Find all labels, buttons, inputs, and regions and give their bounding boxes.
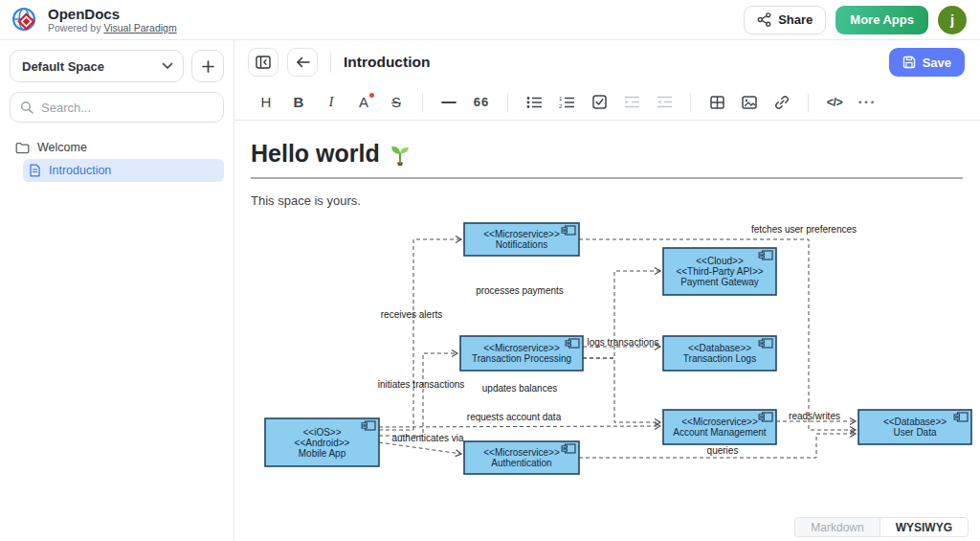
sidebar-panel-icon <box>256 56 271 69</box>
share-button[interactable]: Share <box>744 6 826 34</box>
heading-button[interactable]: H <box>252 89 280 116</box>
edge-line <box>379 239 461 430</box>
component-label: <<Database>> <box>883 417 947 427</box>
tab-wysiwyg[interactable]: WYSIWYG <box>880 517 969 537</box>
bold-button[interactable]: B <box>284 89 313 116</box>
strikethrough-button[interactable]: S <box>382 89 411 116</box>
more-options-button[interactable]: ··· <box>853 89 881 116</box>
component-authentication: <<Microservice>>Authentication <box>464 441 579 474</box>
arrow-left-icon <box>296 56 310 68</box>
italic-button[interactable]: I <box>317 89 345 116</box>
top-bar-actions: Share More Apps j <box>744 6 967 34</box>
component-user-data: <<Database>>User Data <box>858 410 971 444</box>
bullet-list-button[interactable] <box>520 89 548 116</box>
component-label: <<Third-Party API>> <box>676 266 763 277</box>
toggle-sidebar-button[interactable] <box>248 48 278 77</box>
powered-by-prefix: Powered by <box>48 22 100 34</box>
toolbar-divider <box>507 93 508 112</box>
workspace: Default Space <box>0 40 980 541</box>
numbered-list-button[interactable]: 1 2 <box>552 89 581 116</box>
insert-link-button[interactable] <box>768 89 796 116</box>
bold-glyph: B <box>294 94 304 110</box>
edge-label: queries <box>707 445 739 456</box>
brand-text: OpenDocs Powered by Visual Paradigm <box>48 7 177 34</box>
save-icon <box>902 56 916 69</box>
tree-item-label: Welcome <box>37 141 87 154</box>
edge-line <box>379 442 461 454</box>
edge-label: initiates transactions <box>378 379 465 390</box>
insert-table-button[interactable] <box>702 89 731 116</box>
editor-content[interactable]: Hello world This space is yours. <box>234 121 980 541</box>
add-page-button[interactable] <box>191 50 224 82</box>
user-avatar[interactable]: j <box>938 6 967 34</box>
heading-glyph: H <box>261 94 272 110</box>
component-label: User Data <box>893 427 936 438</box>
task-list-icon <box>592 95 607 109</box>
tree-item-label: Introduction <box>49 164 111 177</box>
tab-markdown[interactable]: Markdown <box>794 517 879 537</box>
search-input[interactable] <box>41 101 213 115</box>
component-label: <<iOS>> <box>302 427 341 438</box>
save-button[interactable]: Save <box>889 48 965 77</box>
component-label: <<Microservice>> <box>483 229 560 239</box>
component-label: <<Microservice>> <box>681 417 758 427</box>
component-label: Mobile App <box>299 448 346 459</box>
brand: OpenDocs Powered by Visual Paradigm <box>10 5 177 35</box>
component-transaction-processing: <<Microservice>>Transaction Processing <box>460 336 583 371</box>
italic-glyph: I <box>329 94 334 110</box>
image-icon <box>742 96 757 109</box>
formatting-toolbar: H B I A S 66 1 <box>234 84 980 121</box>
architecture-diagram: <<Microservice>>Notifications<<Cloud>><<… <box>258 214 980 520</box>
diagram-components: <<Microservice>>Notifications<<Cloud>><<… <box>265 223 971 474</box>
back-button[interactable] <box>287 48 318 77</box>
component-transaction-logs: <<Database>>Transaction Logs <box>663 336 776 371</box>
outdent-icon <box>657 96 673 108</box>
tree-item-welcome[interactable]: Welcome <box>10 136 224 159</box>
top-bar: OpenDocs Powered by Visual Paradigm Shar… <box>0 0 980 40</box>
component-account-management: <<Microservice>>Account Management <box>663 410 776 444</box>
page-tree: Welcome Introduction <box>10 136 224 182</box>
numbered-list-icon: 1 2 <box>559 96 575 109</box>
component-label: <<Cloud>> <box>696 256 744 266</box>
edge-label: authenticates via <box>391 433 463 443</box>
visual-paradigm-link[interactable]: Visual Paradigm <box>103 22 176 34</box>
folder-icon <box>15 142 30 154</box>
component-label: Transaction Logs <box>683 353 756 364</box>
horizontal-rule-button[interactable] <box>434 89 463 116</box>
toolbar-divider <box>690 93 691 112</box>
tree-item-introduction[interactable]: Introduction <box>23 159 224 182</box>
chevron-down-icon <box>162 62 173 70</box>
component-label: Notifications <box>496 239 547 250</box>
component-mobile-app: <<iOS>><<Android>>Mobile App <box>265 418 379 466</box>
doc-header: Introduction Save <box>234 40 980 84</box>
edge-label: reads/writes <box>789 411 840 421</box>
strikethrough-glyph: S <box>391 94 401 110</box>
code-button[interactable]: </> <box>820 89 849 116</box>
outdent-button[interactable] <box>650 89 679 116</box>
space-selector-dropdown[interactable]: Default Space <box>10 50 184 82</box>
more-glyph: ··· <box>858 94 877 111</box>
insert-image-button[interactable] <box>735 89 764 116</box>
sidebar: Default Space <box>0 40 234 541</box>
edge-label: receives alerts <box>381 309 442 320</box>
font-color-button[interactable]: A <box>349 89 378 116</box>
blockquote-button[interactable]: 66 <box>467 89 496 116</box>
powered-by: Powered by Visual Paradigm <box>48 22 177 34</box>
document-paragraph: This space is yours. <box>251 193 963 208</box>
diagram-edges <box>379 239 856 458</box>
document-diagram-image[interactable]: <<Microservice>>Notifications<<Cloud>><<… <box>258 214 963 524</box>
indent-button[interactable] <box>617 89 646 116</box>
task-list-button[interactable] <box>585 89 613 116</box>
edge-label: requests account data <box>467 412 562 422</box>
document-icon <box>29 164 41 177</box>
more-apps-button[interactable]: More Apps <box>835 6 928 34</box>
font-color-glyph: A <box>359 94 368 110</box>
app-title: OpenDocs <box>48 7 177 22</box>
document-heading-text: Hello world <box>251 140 380 168</box>
component-label: <<Microservice>> <box>483 447 560 458</box>
edge-label: processes payments <box>476 285 564 296</box>
component-label: <<Android>> <box>295 438 350 448</box>
edge-line <box>379 353 457 436</box>
main-panel: Introduction Save H B I A S <box>234 40 980 541</box>
edge-label: logs transactions <box>587 337 658 348</box>
